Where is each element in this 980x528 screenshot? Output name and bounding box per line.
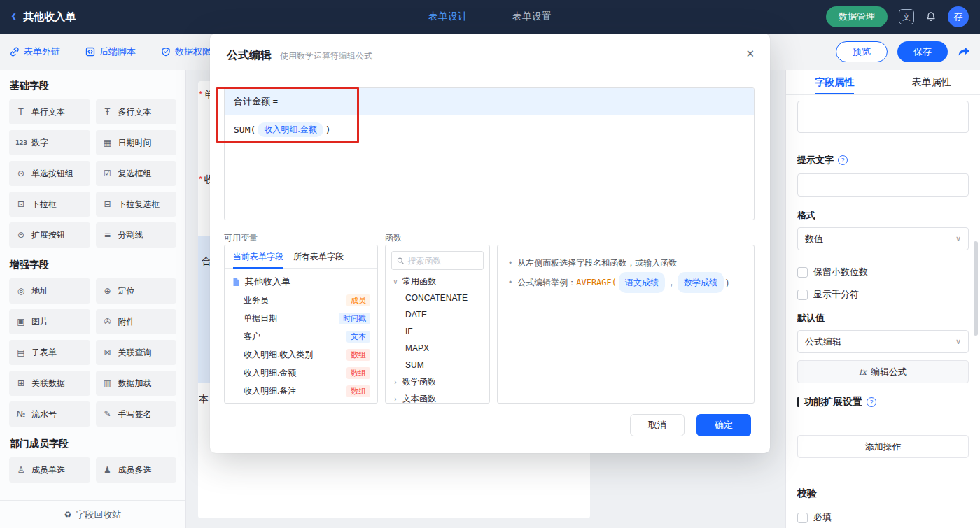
function-item-concatenate[interactable]: CONCATENATE (386, 290, 489, 306)
thousand-separator-checkbox[interactable] (797, 290, 808, 300)
bell-icon[interactable] (925, 11, 937, 22)
save-button[interactable]: 保存 (897, 41, 948, 62)
field-related-data[interactable]: ⊞关联数据 (9, 371, 90, 396)
function-group-common[interactable]: ∨ 常用函数 (386, 273, 489, 290)
field-label: 下拉框 (31, 199, 57, 211)
variables-tree-root[interactable]: 其他收入单 (225, 273, 377, 291)
field-extend-button[interactable]: ⊜扩展按钮 (9, 222, 90, 248)
field-member-multi[interactable]: ♟成员多选 (96, 457, 177, 483)
preview-button[interactable]: 预览 (836, 41, 888, 62)
function-group-math[interactable]: › 数学函数 (386, 373, 489, 390)
function-search-input[interactable] (407, 256, 478, 266)
field-palette-sidebar: 基础字段 T单行文本 Ŧ多行文本 123数字 ▦日期时间 ⊙单选按钮组 ☑复选框… (0, 70, 186, 528)
tab-form-properties[interactable]: 表单属性 (883, 70, 980, 94)
edit-formula-label: 编辑公式 (871, 366, 907, 378)
field-address[interactable]: ◎地址 (9, 278, 90, 304)
formula-expression[interactable]: SUM( 收入明细.金额 ) (225, 115, 754, 145)
field-attachment[interactable]: ✇附件 (96, 309, 177, 334)
variable-row[interactable]: 单据日期时间戳 (225, 309, 377, 327)
linked-data-icon: ⊞ (15, 378, 27, 388)
fragment-text: 本 (199, 393, 209, 404)
field-dropdown[interactable]: ⊡下拉框 (9, 192, 90, 217)
tab-current-form-fields[interactable]: 当前表单字段 (233, 245, 284, 268)
edit-formula-button[interactable]: fx 编辑公式 (797, 360, 969, 383)
field-location[interactable]: ⊕定位 (96, 278, 177, 304)
field-subform[interactable]: ▤子表单 (9, 340, 90, 365)
keep-decimal-checkbox[interactable] (797, 267, 808, 278)
variable-row[interactable]: 收入明细.金额数组 (225, 364, 377, 382)
data-permission-button[interactable]: 数据权限 (161, 45, 211, 58)
header-tabs: 表单设计 表单设置 (428, 10, 552, 23)
help-question-icon[interactable]: ? (867, 397, 876, 407)
variable-row[interactable]: 收入明细.收入类别数组 (225, 345, 377, 364)
tab-form-settings[interactable]: 表单设置 (512, 10, 552, 23)
required-checkbox[interactable] (797, 513, 808, 523)
confirm-button[interactable]: 确定 (696, 414, 751, 436)
button-icon: ⊜ (15, 230, 27, 240)
type-tag: 数组 (346, 367, 370, 379)
header-left: ‹ 其他收入单 (0, 10, 76, 24)
field-number[interactable]: 123数字 (9, 130, 90, 155)
variable-row[interactable]: 收入明细.备注数组 (225, 382, 377, 400)
toolbar-right: 预览 保存 (836, 41, 970, 62)
formula-variable-pill[interactable]: 收入明细.金额 (258, 122, 323, 137)
add-action-button[interactable]: 添加操作 (797, 435, 969, 458)
variable-row[interactable]: 业务员成员 (225, 291, 377, 309)
member-multi-icon: ♟ (102, 465, 113, 475)
bullet-icon: • (509, 273, 512, 292)
field-checkbox-group[interactable]: ☑复选框组 (96, 161, 177, 186)
tab-field-properties[interactable]: 字段属性 (786, 70, 883, 94)
thousand-separator-row: 显示千分符 (797, 288, 969, 301)
format-select[interactable]: 数值 ∨ (797, 227, 969, 250)
function-item-sum[interactable]: SUM (386, 357, 489, 373)
function-item-if[interactable]: IF (386, 323, 489, 340)
variable-row[interactable]: 客户文本 (225, 327, 377, 345)
field-member-single[interactable]: ♙成员单选 (9, 457, 90, 483)
share-icon[interactable] (958, 46, 970, 57)
field-name-input[interactable] (797, 101, 969, 133)
backend-script-button[interactable]: 后端脚本 (85, 45, 136, 58)
function-item-date[interactable]: DATE (386, 306, 489, 323)
data-manage-button[interactable]: 数据管理 (826, 6, 888, 27)
close-icon[interactable]: ✕ (746, 48, 755, 60)
function-group-text[interactable]: › 文本函数 (386, 390, 489, 404)
field-divider[interactable]: ≡分割线 (96, 222, 177, 248)
field-single-line-text[interactable]: T单行文本 (9, 99, 90, 124)
function-search-box[interactable] (391, 251, 484, 270)
field-serial-number[interactable]: №流水号 (9, 401, 90, 427)
default-value-select[interactable]: 公式编辑 ∨ (797, 330, 969, 353)
formula-editor[interactable]: 合计金额 = SUM( 收入明细.金额 ) (224, 87, 755, 220)
form-external-link-button[interactable]: 表单外链 (10, 45, 60, 58)
field-dropdown-multi[interactable]: ⊟下拉复选框 (96, 192, 177, 217)
field-data-load[interactable]: ▥数据加载 (96, 371, 177, 396)
back-button[interactable]: ‹ (11, 8, 16, 24)
field-multi-line-text[interactable]: Ŧ多行文本 (96, 99, 177, 124)
hint-text-label-row: 提示文字 ? (797, 154, 969, 166)
link-icon (10, 47, 20, 57)
tab-form-design[interactable]: 表单设计 (428, 10, 468, 23)
field-label: 关联数据 (31, 378, 65, 390)
function-item-mapx[interactable]: MAPX (386, 340, 489, 357)
properties-panel: 字段属性 表单属性 提示文字 ? 格式 数值 ∨ 保留小数位数 显示千分符 (785, 70, 980, 528)
lookup-icon: ⊠ (102, 348, 113, 357)
default-value-label-text: 默认值 (797, 312, 825, 324)
field-image[interactable]: ▣图片 (9, 309, 90, 334)
translate-icon[interactable]: 文 (899, 9, 914, 24)
field-datetime[interactable]: ▦日期时间 (96, 130, 177, 155)
field-label: 数据加载 (118, 378, 152, 390)
cancel-button[interactable]: 取消 (630, 414, 685, 436)
field-label: 分割线 (118, 229, 144, 241)
field-signature[interactable]: ✎手写签名 (96, 401, 177, 427)
tab-all-form-fields[interactable]: 所有表单字段 (293, 245, 344, 268)
search-icon (397, 257, 404, 265)
serial-icon: № (15, 409, 27, 419)
field-radio-group[interactable]: ⊙单选按钮组 (9, 161, 90, 186)
chevron-down-icon: ∨ (392, 278, 399, 285)
hint-text-input[interactable] (797, 173, 969, 197)
avatar[interactable]: 存 (948, 6, 969, 27)
add-action-label: 添加操作 (865, 441, 902, 453)
scrollbar-thumb[interactable] (974, 241, 978, 336)
field-recycle-bin[interactable]: ♻ 字段回收站 (0, 500, 186, 528)
help-question-icon[interactable]: ? (838, 155, 848, 165)
field-related-query[interactable]: ⊠关联查询 (96, 340, 177, 365)
